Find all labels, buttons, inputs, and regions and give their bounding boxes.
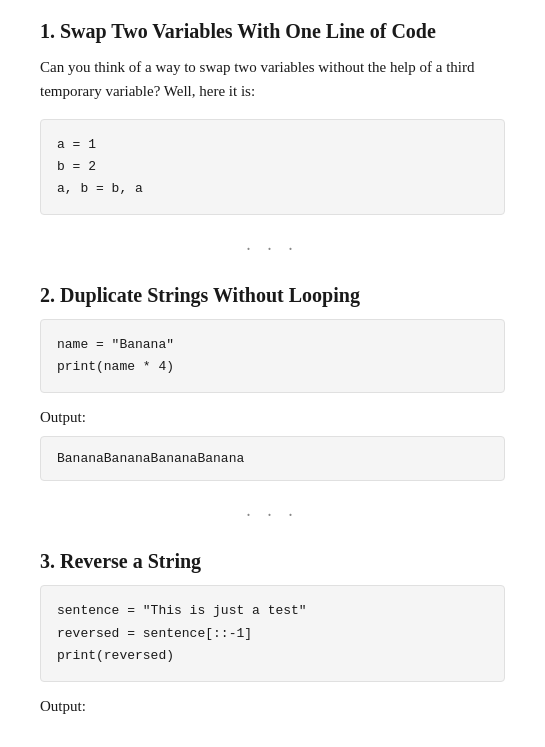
- section-2-output: BananaBananaBananaBanana: [40, 436, 505, 481]
- section-1: 1. Swap Two Variables With One Line of C…: [40, 20, 505, 215]
- code-line: print(name * 4): [57, 356, 488, 378]
- section-2-output-label: Output:: [40, 409, 505, 426]
- section-3-output-label: Output:: [40, 698, 505, 715]
- code-line: print(reversed): [57, 645, 488, 667]
- divider-dots-1: · · ·: [40, 239, 505, 260]
- section-1-title: 1. Swap Two Variables With One Line of C…: [40, 20, 505, 43]
- code-line: b = 2: [57, 156, 488, 178]
- section-3-title: 3. Reverse a String: [40, 550, 505, 573]
- divider-dots-2: · · ·: [40, 505, 505, 526]
- section-3: 3. Reverse a String sentence = "This is …: [40, 550, 505, 714]
- code-line: a, b = b, a: [57, 178, 488, 200]
- section-2-code: name = "Banana" print(name * 4): [40, 319, 505, 393]
- section-1-code: a = 1 b = 2 a, b = b, a: [40, 119, 505, 215]
- code-line: reversed = sentence[::-1]: [57, 623, 488, 645]
- section-2-title: 2. Duplicate Strings Without Looping: [40, 284, 505, 307]
- section-3-code: sentence = "This is just a test" reverse…: [40, 585, 505, 681]
- section-2: 2. Duplicate Strings Without Looping nam…: [40, 284, 505, 481]
- code-line: sentence = "This is just a test": [57, 600, 488, 622]
- code-line: name = "Banana": [57, 334, 488, 356]
- code-line: a = 1: [57, 134, 488, 156]
- section-1-description: Can you think of a way to swap two varia…: [40, 55, 505, 103]
